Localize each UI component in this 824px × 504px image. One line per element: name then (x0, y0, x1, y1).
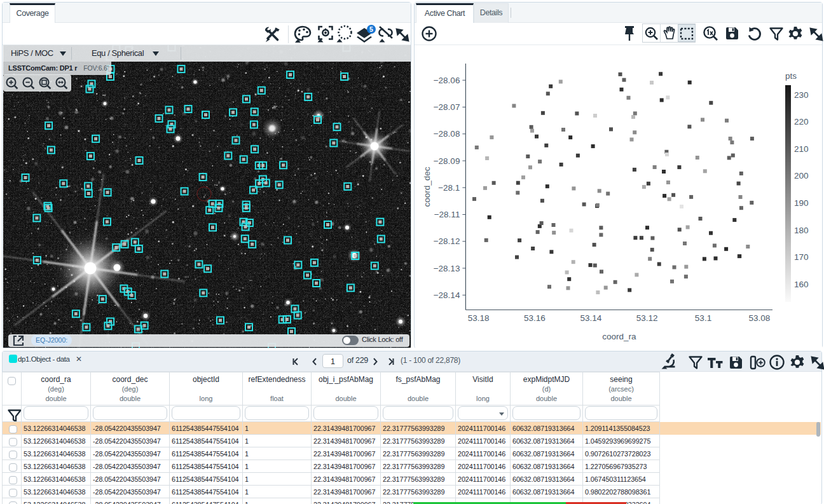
svg-text:−28.14: −28.14 (434, 290, 460, 300)
svg-text:160: 160 (794, 280, 809, 289)
svg-text:180: 180 (794, 226, 809, 235)
svg-text:53.1: 53.1 (695, 313, 711, 323)
svg-text:53.14: 53.14 (580, 313, 601, 323)
svg-text:200: 200 (794, 171, 809, 180)
svg-text:coord_ra: coord_ra (602, 332, 636, 341)
svg-text:53.12: 53.12 (636, 313, 658, 323)
svg-text:−28.1: −28.1 (438, 183, 460, 193)
svg-text:−28.11: −28.11 (434, 210, 460, 219)
svg-text:53.18: 53.18 (468, 313, 490, 323)
svg-text:−28.07: −28.07 (434, 102, 460, 112)
svg-text:230: 230 (794, 90, 809, 100)
svg-text:170: 170 (794, 252, 809, 262)
svg-text:190: 190 (794, 198, 809, 208)
svg-text:−28.09: −28.09 (434, 156, 460, 166)
svg-text:−28.06: −28.06 (434, 76, 460, 85)
svg-text:220: 220 (794, 117, 809, 126)
svg-text:−28.12: −28.12 (434, 236, 460, 246)
svg-text:pts: pts (785, 71, 797, 81)
svg-text:coord_dec: coord_dec (422, 167, 432, 207)
svg-text:−28.08: −28.08 (434, 129, 460, 139)
svg-text:210: 210 (794, 144, 809, 154)
svg-text:−28.13: −28.13 (434, 264, 460, 273)
svg-text:53.08: 53.08 (749, 313, 771, 323)
svg-text:53.16: 53.16 (524, 313, 546, 323)
